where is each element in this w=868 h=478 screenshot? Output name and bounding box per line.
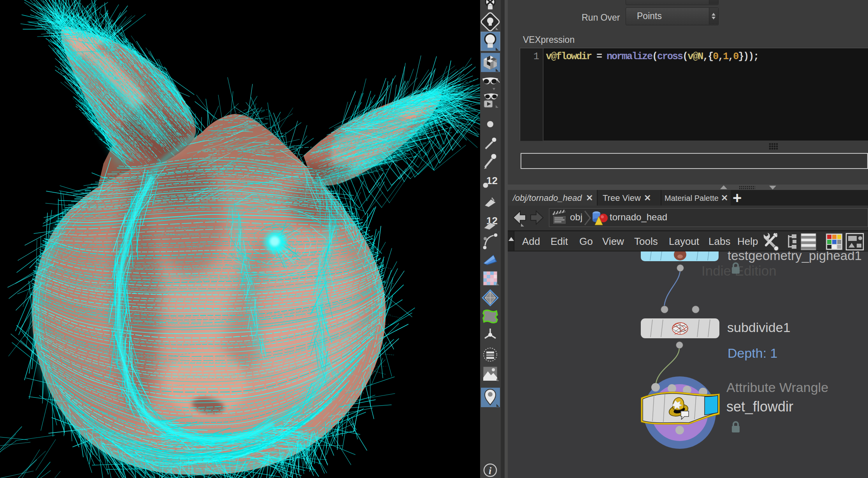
- svg-text:i: i: [489, 465, 492, 476]
